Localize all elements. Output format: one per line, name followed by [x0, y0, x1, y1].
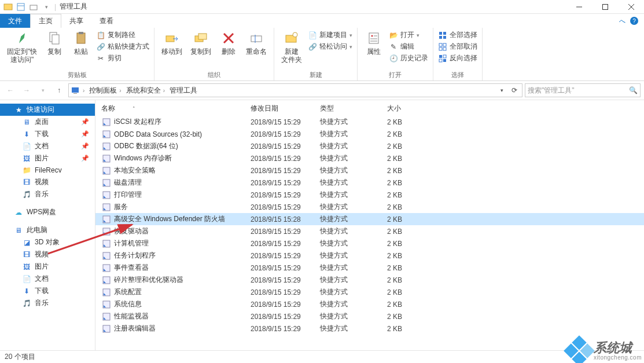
selectall-button[interactable]: 全部选择	[438, 30, 477, 40]
sidebar-documents2[interactable]: 📄文档	[0, 273, 95, 285]
copy-button[interactable]: 复制	[43, 29, 66, 57]
file-row[interactable]: 碎片整理和优化驱动器 2018/9/15 15:29 快捷方式 2 KB	[95, 274, 644, 286]
file-row[interactable]: 系统配置 2018/9/15 15:29 快捷方式 2 KB	[95, 286, 644, 298]
col-name[interactable]: 名称	[101, 104, 115, 113]
file-row[interactable]: 事件查看器 2018/9/15 15:29 快捷方式 2 KB	[95, 262, 644, 274]
close-button[interactable]	[618, 0, 644, 14]
col-size[interactable]: 大小	[387, 104, 433, 113]
search-input[interactable]	[528, 86, 629, 94]
sidebar-music2[interactable]: 🎵音乐	[0, 297, 95, 309]
newitem-button[interactable]: 📄新建项目 ▾	[308, 30, 352, 40]
file-row[interactable]: Windows 内存诊断 2018/9/15 15:29 快捷方式 2 KB	[95, 152, 644, 164]
file-row[interactable]: 系统信息 2018/9/15 15:29 快捷方式 2 KB	[95, 298, 644, 310]
sidebar-music[interactable]: 🎵音乐	[0, 188, 95, 200]
delete-button[interactable]: 删除	[217, 29, 240, 57]
tab-home[interactable]: 主页	[30, 14, 61, 28]
file-row[interactable]: 恢复驱动器 2018/9/15 15:29 快捷方式 2 KB	[95, 225, 644, 237]
edit-button[interactable]: ✎编辑	[389, 42, 428, 52]
file-size: 2 KB	[387, 179, 433, 187]
refresh-button[interactable]: ⟳	[508, 84, 521, 97]
moveto-button[interactable]: 移动到	[159, 29, 185, 57]
file-row[interactable]: 服务 2018/9/15 15:29 快捷方式 2 KB	[95, 201, 644, 213]
file-row[interactable]: 打印管理 2018/9/15 15:29 快捷方式 2 KB	[95, 189, 644, 201]
collapse-ribbon-icon[interactable]: へ	[619, 17, 625, 25]
file-name: ODBC Data Sources (32-bit)	[114, 130, 251, 138]
file-row[interactable]: 计算机管理 2018/9/15 15:29 快捷方式 2 KB	[95, 237, 644, 250]
sidebar-desktop[interactable]: 🖥桌面📌	[0, 116, 95, 128]
sidebar-quickaccess[interactable]: ★快速访问	[0, 104, 95, 116]
tab-share[interactable]: 共享	[61, 14, 91, 28]
sidebar-pictures[interactable]: 🖼图片📌	[0, 152, 95, 164]
paste-button[interactable]: 粘贴	[69, 29, 93, 57]
file-type: 快捷方式	[320, 153, 387, 163]
history-button[interactable]: 🕘历史记录	[389, 53, 428, 63]
sidebar-downloads[interactable]: ⬇下载📌	[0, 128, 95, 140]
file-size: 2 KB	[387, 155, 433, 163]
sidebar-downloads2[interactable]: ⬇下载	[0, 285, 95, 297]
maximize-button[interactable]	[592, 0, 618, 14]
copy-path-button[interactable]: 📋复制路径	[96, 30, 149, 40]
crumb-2[interactable]: 管理工具	[167, 86, 200, 96]
sidebar-videos[interactable]: 🎞视频	[0, 176, 95, 188]
selectnone-button[interactable]: 全部取消	[438, 42, 477, 52]
col-date[interactable]: 修改日期	[251, 104, 320, 113]
file-row[interactable]: 任务计划程序 2018/9/15 15:29 快捷方式 2 KB	[95, 250, 644, 262]
tab-view[interactable]: 查看	[91, 14, 122, 28]
file-date: 2018/9/15 15:29	[251, 191, 320, 199]
copyto-button[interactable]: 复制到	[188, 29, 214, 57]
invertselect-button[interactable]: 反向选择	[438, 53, 477, 63]
file-date: 2018/9/15 15:29	[251, 264, 320, 272]
open-button[interactable]: 📂打开 ▾	[389, 30, 428, 40]
up-button[interactable]: ↑	[52, 83, 66, 97]
sidebar-documents[interactable]: 📄文档📌	[0, 140, 95, 152]
address-bar[interactable]: › 控制面板› 系统和安全› 管理工具 ▾ ⟳	[68, 83, 522, 97]
sidebar-thispc[interactable]: 🖥此电脑	[0, 224, 95, 236]
recent-dropdown-icon[interactable]: ▾	[36, 83, 50, 97]
file-row[interactable]: iSCSI 发起程序 2018/9/15 15:29 快捷方式 2 KB	[95, 116, 644, 128]
sidebar-filerecv[interactable]: 📁FileRecv	[0, 164, 95, 176]
qat-dropdown-icon[interactable]: ▾	[42, 2, 51, 12]
tab-file[interactable]: 文件	[0, 14, 30, 28]
file-date: 2018/9/15 15:29	[251, 142, 320, 151]
file-type: 快捷方式	[320, 129, 387, 139]
crumb-1[interactable]: 系统和安全›	[124, 86, 167, 96]
minimize-button[interactable]	[566, 0, 592, 14]
document-icon: 📄	[22, 142, 31, 151]
file-row[interactable]: 磁盘清理 2018/9/15 15:29 快捷方式 2 KB	[95, 177, 644, 189]
qat-properties-icon[interactable]	[16, 2, 25, 12]
file-row[interactable]: ODBC 数据源(64 位) 2018/9/15 15:29 快捷方式 2 KB	[95, 140, 644, 152]
file-size: 2 KB	[387, 130, 433, 138]
back-button[interactable]: ←	[3, 83, 17, 97]
properties-button[interactable]: 属性	[362, 29, 385, 57]
file-row[interactable]: 本地安全策略 2018/9/15 15:29 快捷方式 2 KB	[95, 164, 644, 177]
svg-rect-12	[166, 36, 174, 42]
file-name: ODBC 数据源(64 位)	[114, 141, 251, 151]
desktop-icon: 🖥	[22, 118, 31, 127]
sidebar-wps[interactable]: ☁WPS网盘	[0, 206, 95, 218]
paste-shortcut-button[interactable]: 🔗粘贴快捷方式	[96, 42, 149, 52]
pin-quickaccess-button[interactable]: 固定到"快 速访问"	[5, 29, 39, 65]
sidebar-pictures2[interactable]: 🖼图片	[0, 261, 95, 273]
copy-icon	[46, 30, 62, 46]
file-row[interactable]: ODBC Data Sources (32-bit) 2018/9/15 15:…	[95, 128, 644, 140]
help-icon[interactable]: ?	[630, 17, 638, 25]
rename-button[interactable]: 重命名	[244, 29, 269, 57]
pin-icon: 📌	[81, 142, 89, 150]
address-dropdown-icon[interactable]: ▾	[495, 84, 508, 97]
file-row[interactable]: 高级安全 Windows Defender 防火墙 2018/9/15 15:2…	[95, 213, 644, 225]
crumb-0[interactable]: 控制面板›	[87, 86, 123, 96]
sidebar-3dobjects[interactable]: ◪3D 对象	[0, 236, 95, 248]
column-headers[interactable]: 名称˄ 修改日期 类型 大小	[95, 100, 644, 116]
newfolder-button[interactable]: 新建 文件夹	[279, 29, 304, 65]
file-row[interactable]: 注册表编辑器 2018/9/15 15:29 快捷方式 2 KB	[95, 322, 644, 335]
search-icon[interactable]: 🔍	[629, 86, 638, 94]
cut-button[interactable]: ✂剪切	[96, 53, 149, 63]
easyaccess-button[interactable]: 🔗轻松访问 ▾	[308, 42, 352, 52]
shortcut-file-icon	[101, 263, 112, 273]
forward-button[interactable]: →	[20, 83, 34, 97]
sidebar-videos2[interactable]: 🎞视频	[0, 248, 95, 261]
file-row[interactable]: 性能监视器 2018/9/15 15:29 快捷方式 2 KB	[95, 310, 644, 322]
qat-newfolder-icon[interactable]	[29, 2, 38, 12]
col-type[interactable]: 类型	[320, 104, 387, 113]
search-box[interactable]: 🔍	[525, 83, 641, 97]
